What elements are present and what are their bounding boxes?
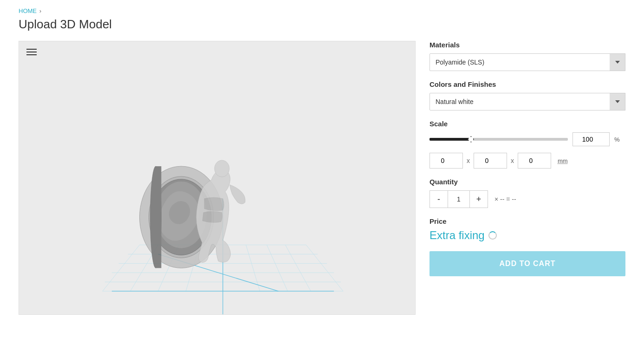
dimensions-row: x x mm <box>429 153 625 169</box>
price-value: Extra fixing <box>429 229 625 242</box>
scale-slider-thumb[interactable] <box>468 136 474 143</box>
quantity-formula: × -- = -- <box>494 195 516 203</box>
price-label: Price <box>429 217 625 225</box>
colors-select[interactable]: Natural white Black dyed Grey dyed <box>429 93 625 110</box>
svg-rect-24 <box>156 166 161 268</box>
dim-sep-1: x <box>467 157 470 164</box>
materials-label: Materials <box>429 41 625 49</box>
dim-x-input[interactable] <box>429 153 463 169</box>
3d-model-viewer <box>19 41 415 314</box>
scale-slider-fill <box>429 138 471 141</box>
main-content: Materials Polyamide (SLS) Resin PLA ABS … <box>19 41 625 315</box>
dim-z-input[interactable] <box>518 153 551 169</box>
dim-y-input[interactable] <box>474 153 507 169</box>
breadcrumb-separator: › <box>39 7 41 14</box>
price-section: Price Extra fixing <box>429 217 625 242</box>
scale-slider-track[interactable] <box>429 138 568 141</box>
scale-unit: % <box>614 136 625 143</box>
hamburger-menu-icon[interactable] <box>26 49 37 55</box>
colors-label: Colors and Finishes <box>429 80 625 88</box>
quantity-value: 1 <box>448 190 469 208</box>
scale-input[interactable] <box>572 132 610 146</box>
breadcrumb: HOME › <box>19 7 625 14</box>
scale-section: Scale % x x mm <box>429 120 625 169</box>
page-title: Upload 3D Model <box>19 17 625 32</box>
quantity-minus-button[interactable]: - <box>429 190 448 208</box>
breadcrumb-home-link[interactable]: HOME <box>19 7 37 14</box>
materials-select-wrapper: Polyamide (SLS) Resin PLA ABS <box>429 53 625 71</box>
quantity-label: Quantity <box>429 178 625 186</box>
price-loading-spinner-icon <box>488 231 497 240</box>
quantity-plus-button[interactable]: + <box>469 190 488 208</box>
quantity-section: Quantity - 1 + × -- = -- <box>429 178 625 208</box>
scale-slider-row: % <box>429 132 625 146</box>
viewer-panel <box>19 41 416 315</box>
dim-unit: mm <box>558 157 568 164</box>
scale-label: Scale <box>429 120 625 128</box>
colors-select-wrapper: Natural white Black dyed Grey dyed <box>429 93 625 110</box>
svg-point-25 <box>215 160 229 177</box>
quantity-row: - 1 + × -- = -- <box>429 190 625 208</box>
price-text: Extra fixing <box>429 229 485 242</box>
add-to-cart-button[interactable]: ADD TO CART <box>429 251 625 276</box>
materials-select[interactable]: Polyamide (SLS) Resin PLA ABS <box>429 53 625 71</box>
dim-sep-2: x <box>511 157 514 164</box>
right-panel: Materials Polyamide (SLS) Resin PLA ABS … <box>429 41 625 276</box>
